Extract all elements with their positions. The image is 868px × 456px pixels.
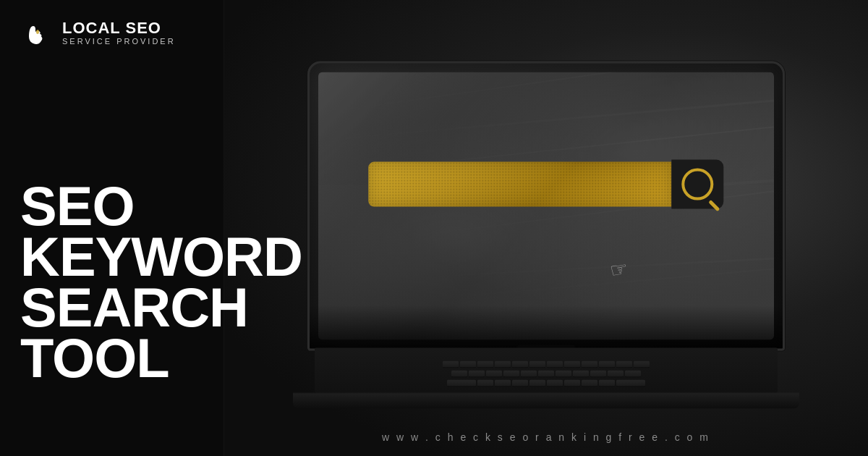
key — [477, 380, 493, 387]
svg-point-1 — [36, 30, 39, 34]
key — [477, 361, 493, 368]
page-container: LOCAL SEO SERVICE PROVIDER SEO KEYWORD S… — [0, 0, 868, 456]
logo-icon — [20, 16, 54, 49]
key — [573, 371, 589, 378]
keyboard-row-1 — [322, 361, 770, 368]
key — [599, 361, 615, 368]
key — [529, 380, 545, 387]
logo-area: LOCAL SEO SERVICE PROVIDER — [20, 16, 176, 49]
laptop-base — [293, 393, 799, 409]
logo-subtitle: SERVICE PROVIDER — [62, 37, 176, 46]
search-icon — [682, 169, 714, 200]
key — [538, 371, 554, 378]
key — [460, 361, 476, 368]
keyboard-row-3 — [322, 380, 770, 387]
key — [503, 371, 519, 378]
key — [599, 380, 615, 387]
key — [564, 361, 580, 368]
key — [625, 371, 641, 378]
screen-display: ☞ — [318, 72, 774, 340]
headline-line3: SEARCH TOOL — [20, 282, 302, 384]
key — [582, 361, 597, 368]
search-button[interactable] — [672, 160, 724, 209]
key — [616, 361, 632, 368]
logo-text: LOCAL SEO SERVICE PROVIDER — [62, 20, 176, 46]
key — [634, 361, 650, 368]
key — [486, 371, 502, 378]
key — [616, 380, 645, 387]
key — [512, 361, 528, 368]
key — [447, 380, 476, 387]
search-input-bar[interactable] — [368, 162, 671, 207]
key — [608, 371, 624, 378]
key — [564, 380, 580, 387]
key — [495, 380, 511, 387]
laptop-screen: ☞ — [307, 62, 785, 351]
key — [547, 380, 563, 387]
left-panel: LOCAL SEO SERVICE PROVIDER SEO KEYWORD S… — [0, 0, 224, 456]
key — [529, 361, 545, 368]
keyboard-rows — [322, 361, 770, 387]
keyboard-area — [315, 348, 778, 393]
footer-url: w w w . c h e c k s e o r a n k i n g f … — [224, 431, 868, 443]
logo-title: LOCAL SEO — [62, 20, 176, 37]
keyboard-row-2 — [322, 371, 770, 378]
headline-text: SEO KEYWORD SEARCH TOOL — [20, 181, 302, 384]
laptop-mockup: ☞ — [286, 62, 807, 409]
key — [443, 361, 459, 368]
key — [512, 380, 528, 387]
key — [521, 371, 537, 378]
right-panel: ☞ — [224, 0, 868, 456]
key — [547, 361, 563, 368]
headline-line2: KEYWORD — [20, 232, 302, 282]
main-headline: SEO KEYWORD SEARCH TOOL — [20, 181, 302, 384]
key — [556, 371, 571, 378]
key — [451, 371, 467, 378]
key — [590, 371, 606, 378]
key — [495, 361, 511, 368]
headline-line1: SEO — [20, 181, 302, 232]
key — [469, 371, 485, 378]
key — [582, 380, 597, 387]
search-bar-container — [368, 160, 723, 209]
